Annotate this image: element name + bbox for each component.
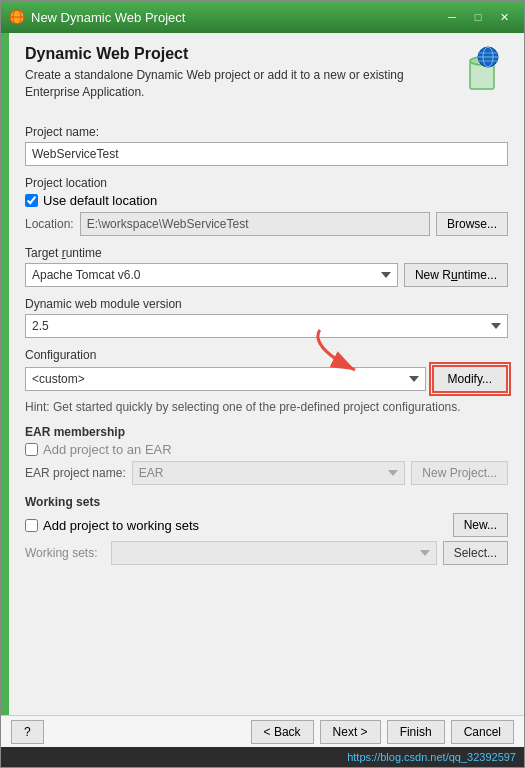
working-sets-label: Working sets: — [25, 546, 105, 560]
header-row: Dynamic Web Project Create a standalone … — [25, 45, 508, 113]
ear-membership-title: EAR membership — [25, 425, 508, 439]
modify-button[interactable]: Modify... — [432, 365, 508, 393]
configuration-select[interactable]: <custom> Default Configuration for Apach… — [25, 367, 426, 391]
browse-button[interactable]: Browse... — [436, 212, 508, 236]
location-field-label: Location: — [25, 217, 74, 231]
help-button[interactable]: ? — [11, 720, 44, 744]
working-sets-row2: Working sets: Select... — [25, 541, 508, 565]
use-default-location-checkbox[interactable] — [25, 194, 38, 207]
maximize-button[interactable]: □ — [466, 7, 490, 27]
ear-project-name-label: EAR project name: — [25, 466, 126, 480]
add-to-working-sets-label: Add project to working sets — [43, 518, 199, 533]
add-to-ear-checkbox[interactable] — [25, 443, 38, 456]
new-working-set-button[interactable]: New... — [453, 513, 508, 537]
project-location-title: Project location — [25, 176, 508, 190]
working-sets-title: Working sets — [25, 495, 508, 509]
runtime-select[interactable]: Apache Tomcat v6.0 Apache Tomcat v7.0 Ap… — [25, 263, 398, 287]
next-button[interactable]: Next > — [320, 720, 381, 744]
ear-name-row: EAR project name: EAR New Project... — [25, 461, 508, 485]
project-name-input[interactable] — [25, 142, 508, 166]
working-sets-select — [111, 541, 437, 565]
project-name-label: Project name: — [25, 125, 508, 139]
version-select[interactable]: 2.5 3.0 3.1 — [25, 314, 508, 338]
working-sets-row1: Add project to working sets New... — [25, 513, 508, 537]
page-description: Create a standalone Dynamic Web project … — [25, 67, 448, 101]
eclipse-icon — [9, 9, 25, 25]
title-bar-controls: ─ □ ✕ — [440, 7, 516, 27]
target-runtime-title: Target runtime — [25, 246, 508, 260]
title-bar-left: New Dynamic Web Project — [9, 9, 185, 25]
add-to-ws-row: Add project to working sets — [25, 518, 199, 533]
back-button[interactable]: < Back — [251, 720, 314, 744]
main-window: New Dynamic Web Project ─ □ ✕ Dynamic We… — [0, 0, 525, 768]
title-bar: New Dynamic Web Project ─ □ ✕ — [1, 1, 524, 33]
bottom-buttons: < Back Next > Finish Cancel — [251, 720, 514, 744]
location-row: Location: Browse... — [25, 212, 508, 236]
main-content: Dynamic Web Project Create a standalone … — [9, 33, 524, 715]
title-bar-title: New Dynamic Web Project — [31, 10, 185, 25]
dynamic-web-module-title: Dynamic web module version — [25, 297, 508, 311]
close-button[interactable]: ✕ — [492, 7, 516, 27]
add-to-ear-label: Add project to an EAR — [43, 442, 172, 457]
configuration-section: Configuration <custom> Default Config — [25, 348, 508, 416]
configuration-row: <custom> Default Configuration for Apach… — [25, 365, 508, 393]
page-title: Dynamic Web Project — [25, 45, 448, 63]
ear-membership-section: EAR membership Add project to an EAR EAR… — [25, 425, 508, 485]
dynamic-web-module-section: Dynamic web module version 2.5 3.0 3.1 — [25, 297, 508, 338]
configuration-title: Configuration — [25, 348, 508, 362]
status-bar: https://blog.csdn.net/qq_32392597 — [1, 747, 524, 767]
add-to-ear-row: Add project to an EAR — [25, 442, 508, 457]
configuration-hint: Hint: Get started quickly by selecting o… — [25, 399, 508, 416]
target-runtime-section: Target runtime Apache Tomcat v6.0 Apache… — [25, 246, 508, 287]
status-url[interactable]: https://blog.csdn.net/qq_32392597 — [347, 751, 516, 763]
new-runtime-button[interactable]: New Runtime... — [404, 263, 508, 287]
location-input — [80, 212, 430, 236]
page-header: Dynamic Web Project Create a standalone … — [25, 45, 448, 101]
left-accent-bar — [1, 33, 9, 715]
working-sets-section: Working sets Add project to working sets… — [25, 495, 508, 565]
bottom-bar: ? < Back Next > Finish Cancel — [1, 715, 524, 747]
content-area: Dynamic Web Project Create a standalone … — [1, 33, 524, 715]
ear-name-select: EAR — [132, 461, 406, 485]
select-working-set-button[interactable]: Select... — [443, 541, 508, 565]
use-default-location-label: Use default location — [43, 193, 157, 208]
wizard-icon — [456, 41, 508, 93]
runtime-select-row: Apache Tomcat v6.0 Apache Tomcat v7.0 Ap… — [25, 263, 508, 287]
project-name-section: Project name: — [25, 125, 508, 166]
new-project-button: New Project... — [411, 461, 508, 485]
use-default-location-row: Use default location — [25, 193, 508, 208]
project-location-section: Project location Use default location Lo… — [25, 176, 508, 236]
cancel-button[interactable]: Cancel — [451, 720, 514, 744]
finish-button[interactable]: Finish — [387, 720, 445, 744]
add-to-working-sets-checkbox[interactable] — [25, 519, 38, 532]
minimize-button[interactable]: ─ — [440, 7, 464, 27]
